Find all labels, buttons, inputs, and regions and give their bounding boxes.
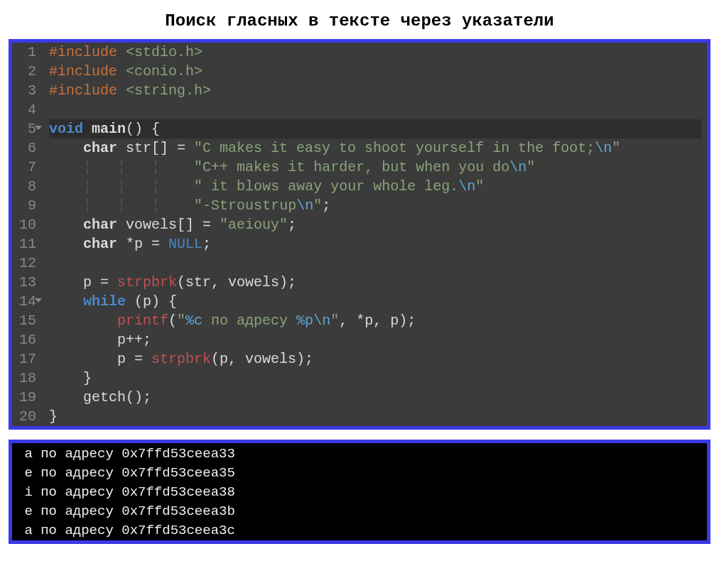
code-token: ¦	[83, 159, 92, 175]
code-token: ¦	[117, 159, 126, 175]
line-number: 16	[15, 330, 36, 349]
code-line: ¦ ¦ ¦ "C++ makes it harder, but when you…	[49, 158, 701, 177]
code-line: p++;	[49, 330, 701, 349]
code-area: #include <stdio.h>#include <conio.h>#inc…	[42, 43, 707, 426]
code-token: "	[177, 312, 185, 329]
code-token: "	[475, 178, 484, 195]
code-token: ¦	[83, 197, 92, 214]
code-token: <stdio.h>	[126, 44, 202, 60]
code-token: str[] =	[117, 140, 194, 156]
code-token: p =	[49, 351, 151, 367]
code-token: #include	[49, 63, 117, 80]
code-token: ¦	[117, 197, 126, 214]
code-token	[92, 197, 117, 214]
code-token: "-Stroustrup	[194, 197, 296, 214]
code-token: ¦	[151, 178, 160, 195]
code-token: %p	[296, 312, 313, 329]
line-number-gutter: 1234567891011121314151617181920	[12, 43, 42, 426]
code-token: char	[83, 217, 117, 233]
line-number: 17	[15, 349, 36, 369]
code-token	[49, 293, 83, 310]
code-token	[49, 236, 83, 252]
code-token: p++;	[49, 332, 151, 348]
code-token: NULL	[168, 236, 202, 252]
code-token: (p) {	[126, 293, 177, 310]
code-token: strpbrk	[117, 274, 177, 290]
code-token: " it blows away your whole leg.	[194, 178, 458, 195]
code-token: по адресу	[202, 312, 296, 329]
code-line	[49, 254, 701, 273]
code-token	[126, 178, 151, 195]
line-number: 12	[15, 254, 36, 273]
code-token: "	[313, 197, 322, 214]
code-token: , *p, p);	[339, 312, 416, 329]
code-token: <conio.h>	[126, 63, 202, 80]
code-token: vowels[] =	[117, 217, 220, 233]
code-token: ¦	[117, 178, 126, 195]
line-number: 1	[15, 43, 36, 62]
code-line: char str[] = "C makes it easy to shoot y…	[49, 138, 701, 158]
code-line: ¦ ¦ ¦ "-Stroustrup\n";	[49, 196, 701, 215]
code-token: #include	[49, 44, 117, 60]
code-line: ¦ ¦ ¦ " it blows away your whole leg.\n"	[49, 177, 701, 196]
code-line: }	[49, 407, 701, 426]
line-number: 14	[15, 292, 36, 311]
code-token	[126, 197, 151, 214]
code-token: "aeiouy"	[220, 217, 288, 233]
line-number: 13	[15, 273, 36, 292]
code-token: }	[49, 370, 92, 386]
code-token: "C++ makes it harder, but when you do	[194, 159, 509, 175]
code-token	[49, 312, 117, 329]
code-token: strpbrk	[151, 351, 211, 367]
line-number: 9	[15, 196, 36, 215]
code-token	[49, 159, 83, 175]
code-token: \n	[595, 140, 612, 156]
code-token	[49, 197, 83, 214]
line-number: 7	[15, 158, 36, 177]
code-token	[83, 121, 92, 137]
code-token: "	[526, 159, 535, 175]
line-number: 4	[15, 100, 36, 119]
code-token: ;	[322, 197, 330, 214]
code-token: #include	[49, 82, 117, 99]
code-token: ¦	[83, 178, 92, 195]
code-token: ;	[202, 236, 211, 252]
code-token: () {	[126, 121, 160, 137]
console-output-panel: a по адресу 0x7ffd53ceea33 e по адресу 0…	[9, 440, 710, 544]
page-title: Поиск гласных в тексте через указатели	[9, 11, 710, 31]
code-line: }	[49, 369, 701, 388]
code-token	[126, 159, 151, 175]
line-number: 2	[15, 62, 36, 81]
code-token	[92, 159, 117, 175]
code-token: "C makes it easy to shoot yourself in th…	[194, 140, 595, 156]
console-line: e по адресу 0x7ffd53ceea35	[16, 464, 703, 483]
line-number: 15	[15, 311, 36, 330]
code-token: (str, vowels);	[177, 274, 296, 290]
code-token: main	[92, 121, 126, 137]
line-number: 5	[15, 119, 36, 138]
code-token	[160, 178, 194, 195]
code-token: p =	[49, 274, 117, 290]
code-token	[92, 178, 117, 195]
code-line: char *p = NULL;	[49, 234, 701, 254]
code-line: p = strpbrk(str, vowels);	[49, 273, 701, 292]
code-line	[49, 100, 701, 119]
code-token: \n	[296, 197, 313, 214]
code-token: "	[612, 140, 620, 156]
console-line: a по адресу 0x7ffd53ceea3c	[16, 521, 703, 540]
code-token: }	[49, 408, 58, 425]
code-token: \n	[509, 159, 526, 175]
code-token: (	[168, 312, 177, 329]
code-token: <string.h>	[126, 82, 211, 99]
code-token	[160, 159, 194, 175]
code-token	[117, 63, 126, 80]
console-line: i по адресу 0x7ffd53ceea38	[16, 483, 703, 502]
line-number: 10	[15, 215, 36, 234]
code-token: *p =	[117, 236, 168, 252]
code-line: #include <string.h>	[49, 81, 701, 100]
code-token	[49, 140, 83, 156]
line-number: 6	[15, 138, 36, 158]
code-token: char	[83, 140, 117, 156]
code-token: void	[49, 121, 83, 137]
code-token: \n	[458, 178, 475, 195]
